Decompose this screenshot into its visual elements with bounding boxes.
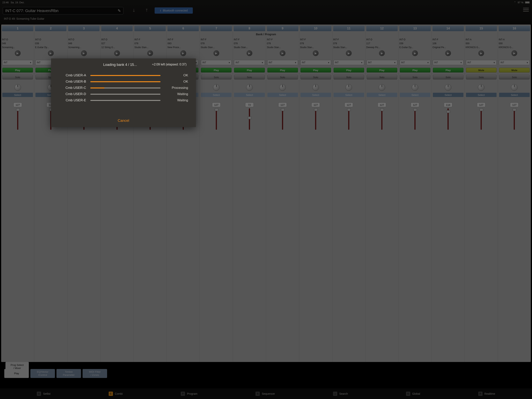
progress-bar <box>90 75 160 76</box>
progress-label: Cmb USER-E <box>59 98 86 102</box>
loading-dialog: Loading bank 4 / 15... ≈2:09 left (elaps… <box>51 58 196 127</box>
progress-label: Cmb USER-A <box>59 73 86 77</box>
progress-row: Cmb USER-B OK <box>59 78 188 85</box>
progress-row: Cmb USER-C Processing <box>59 85 188 91</box>
progress-row: Cmb USER-D Waiting <box>59 91 188 97</box>
progress-status: OK <box>165 80 188 84</box>
progress-status: Waiting <box>165 92 188 96</box>
dialog-title: Loading bank 4 / 15... <box>103 63 137 67</box>
progress-bar <box>90 87 160 89</box>
cancel-button[interactable]: Cancel <box>51 118 196 123</box>
dialog-time: ≈2:09 left (elapsed: 0:37) <box>152 63 187 67</box>
progress-row: Cmb USER-E Waiting <box>59 97 188 103</box>
progress-status: Processing <box>165 86 188 90</box>
progress-label: Cmb USER-D <box>59 92 86 96</box>
progress-status: OK <box>165 73 188 77</box>
progress-label: Cmb USER-B <box>59 80 86 84</box>
progress-bar <box>90 81 160 82</box>
progress-status: Waiting <box>165 98 188 102</box>
progress-row: Cmb USER-A OK <box>59 72 188 78</box>
progress-bar <box>90 94 160 95</box>
progress-bar <box>90 100 160 101</box>
progress-label: Cmb USER-C <box>59 86 86 90</box>
